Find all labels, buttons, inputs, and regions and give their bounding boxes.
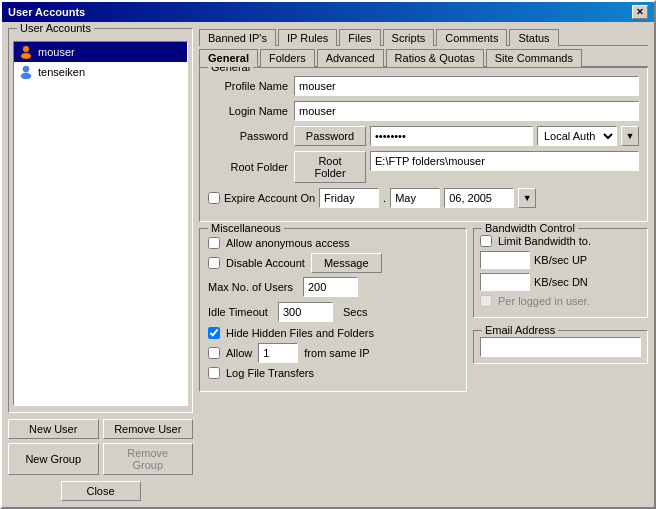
new-user-button[interactable]: New User bbox=[8, 419, 99, 439]
window-title: User Accounts bbox=[8, 6, 85, 18]
allow-same-ip-checkbox[interactable] bbox=[208, 347, 220, 359]
per-logged-checkbox[interactable] bbox=[480, 295, 492, 307]
top-tab-row: Banned IP's IP Rules Files Scripts Comme… bbox=[199, 28, 648, 46]
email-input[interactable] bbox=[480, 337, 641, 357]
hide-hidden-label: Hide Hidden Files and Folders bbox=[226, 327, 374, 339]
user-accounts-group: User Accounts mouser bbox=[8, 28, 193, 413]
expire-row: Expire Account On . ▼ bbox=[208, 188, 639, 208]
root-folder-controls: Root Folder bbox=[294, 151, 639, 183]
expire-dropdown-button[interactable]: ▼ bbox=[518, 188, 536, 208]
tab-status[interactable]: Status bbox=[509, 29, 558, 46]
bottom-tab-row: General Folders Advanced Ratios & Quotas… bbox=[199, 48, 648, 67]
user-icon bbox=[18, 44, 34, 60]
message-button[interactable]: Message bbox=[311, 253, 382, 273]
close-dialog-button[interactable]: Close bbox=[61, 481, 141, 501]
auth-settings-button[interactable]: ▼ bbox=[621, 126, 639, 146]
user-item[interactable]: mouser bbox=[14, 42, 187, 62]
general-section: General Profile Name Login Name Password… bbox=[199, 67, 648, 222]
disable-account-checkbox[interactable] bbox=[208, 257, 220, 269]
max-users-label: Max No. of Users bbox=[208, 281, 293, 293]
idle-timeout-row: Idle Timeout Secs bbox=[208, 302, 458, 322]
main-content: User Accounts mouser bbox=[2, 22, 654, 507]
svg-point-1 bbox=[21, 53, 31, 59]
tab-site-commands[interactable]: Site Commands bbox=[486, 49, 582, 67]
log-transfers-checkbox[interactable] bbox=[208, 367, 220, 379]
misc-section: Miscellaneous Allow anonymous access Dis… bbox=[199, 228, 467, 392]
kbps-dn-input[interactable] bbox=[480, 273, 530, 291]
expire-checkbox[interactable] bbox=[208, 192, 220, 204]
log-label: Log File Transfers bbox=[226, 367, 314, 379]
limit-bw-label: Limit Bandwidth to. bbox=[498, 235, 591, 247]
svg-point-2 bbox=[23, 66, 29, 72]
title-bar-buttons: ✕ bbox=[632, 5, 648, 19]
user-accounts-label: User Accounts bbox=[17, 22, 94, 34]
user-list[interactable]: mouser tenseiken bbox=[13, 41, 188, 406]
allow-anon-checkbox[interactable] bbox=[208, 237, 220, 249]
tab-general[interactable]: General bbox=[199, 49, 258, 67]
from-same-ip-label: from same IP bbox=[304, 347, 369, 359]
password-controls: Password Local Auth ODBC Auth NT Auth ▼ bbox=[294, 126, 639, 146]
tab-scripts[interactable]: Scripts bbox=[383, 29, 435, 46]
per-logged-label: Per logged in user. bbox=[498, 295, 590, 307]
allow-label: Allow bbox=[226, 347, 252, 359]
expire-month-input[interactable] bbox=[390, 188, 440, 208]
expire-date-input[interactable] bbox=[444, 188, 514, 208]
title-bar: User Accounts ✕ bbox=[2, 2, 654, 22]
per-logged-row: Per logged in user. bbox=[480, 295, 641, 307]
remove-user-button[interactable]: Remove User bbox=[103, 419, 194, 439]
root-folder-button[interactable]: Root Folder bbox=[294, 151, 366, 183]
kbps-up-row: KB/sec UP bbox=[480, 251, 641, 269]
svg-point-3 bbox=[21, 73, 31, 79]
user-icon bbox=[18, 64, 34, 80]
disable-account-row: Disable Account Message bbox=[208, 253, 458, 273]
user-name: tenseiken bbox=[38, 66, 85, 78]
profile-name-input[interactable] bbox=[294, 76, 639, 96]
tab-banned-ips[interactable]: Banned IP's bbox=[199, 29, 276, 46]
max-users-input[interactable] bbox=[303, 277, 358, 297]
email-section: Email Address bbox=[473, 330, 648, 364]
kbps-dn-row: KB/sec DN bbox=[480, 273, 641, 291]
disable-account-label: Disable Account bbox=[226, 257, 305, 269]
hide-hidden-checkbox[interactable] bbox=[208, 327, 220, 339]
tab-files[interactable]: Files bbox=[339, 29, 380, 46]
allow-value-input[interactable] bbox=[258, 343, 298, 363]
allow-anon-label: Allow anonymous access bbox=[226, 237, 350, 249]
password-row: Password Password Local Auth ODBC Auth N… bbox=[208, 126, 639, 146]
root-folder-label: Root Folder bbox=[208, 161, 288, 173]
password-input[interactable] bbox=[370, 126, 533, 146]
left-action-buttons: New User Remove User New Group Remove Gr… bbox=[8, 419, 193, 475]
new-group-button[interactable]: New Group bbox=[8, 443, 99, 475]
limit-bw-checkbox[interactable] bbox=[480, 235, 492, 247]
kbps-up-label: KB/sec UP bbox=[534, 254, 587, 266]
profile-name-row: Profile Name bbox=[208, 76, 639, 96]
tab-ip-rules[interactable]: IP Rules bbox=[278, 29, 337, 46]
bandwidth-section: Bandwidth Control Limit Bandwidth to. KB… bbox=[473, 228, 648, 318]
expire-dot1: . bbox=[383, 192, 386, 204]
kbps-up-input[interactable] bbox=[480, 251, 530, 269]
idle-timeout-input[interactable] bbox=[278, 302, 333, 322]
expire-label: Expire Account On bbox=[224, 192, 315, 204]
tab-ratios-quotas[interactable]: Ratios & Quotas bbox=[386, 49, 484, 67]
idle-timeout-label: Idle Timeout bbox=[208, 306, 268, 318]
remove-group-button[interactable]: Remove Group bbox=[103, 443, 194, 475]
auth-select[interactable]: Local Auth ODBC Auth NT Auth bbox=[537, 126, 617, 146]
root-folder-row: Root Folder Root Folder bbox=[208, 151, 639, 183]
password-label: Password bbox=[208, 130, 288, 142]
root-folder-input[interactable] bbox=[370, 151, 639, 171]
right-panel: Banned IP's IP Rules Files Scripts Comme… bbox=[199, 28, 648, 501]
login-name-input[interactable] bbox=[294, 101, 639, 121]
email-label: Email Address bbox=[482, 324, 558, 336]
left-panel: User Accounts mouser bbox=[8, 28, 193, 501]
password-button[interactable]: Password bbox=[294, 126, 366, 146]
tab-folders[interactable]: Folders bbox=[260, 49, 315, 67]
bottom-sections: Miscellaneous Allow anonymous access Dis… bbox=[199, 228, 648, 398]
expire-day-input[interactable] bbox=[319, 188, 379, 208]
tab-comments[interactable]: Comments bbox=[436, 29, 507, 46]
tab-advanced[interactable]: Advanced bbox=[317, 49, 384, 67]
close-button[interactable]: ✕ bbox=[632, 5, 648, 19]
allow-anon-row: Allow anonymous access bbox=[208, 237, 458, 249]
svg-point-0 bbox=[23, 46, 29, 52]
user-item[interactable]: tenseiken bbox=[14, 62, 187, 82]
misc-label: Miscellaneous bbox=[208, 222, 284, 234]
login-name-row: Login Name bbox=[208, 101, 639, 121]
